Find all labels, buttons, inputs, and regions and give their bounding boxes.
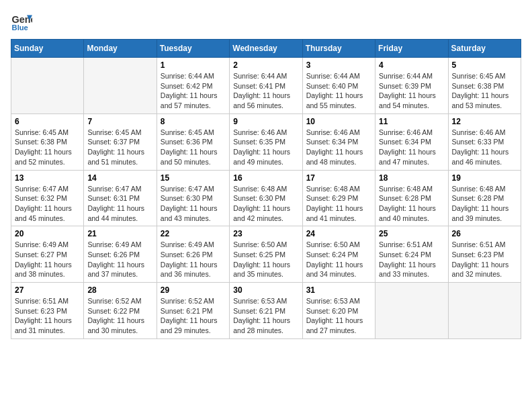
calendar-cell: 16 Sunrise: 6:48 AMSunset: 6:30 PMDaylig… (230, 170, 302, 226)
day-number: 2 (233, 60, 298, 70)
calendar-cell (375, 283, 448, 339)
day-info: Sunrise: 6:49 AMSunset: 6:26 PMDaylight:… (87, 240, 144, 278)
calendar-cell: 5 Sunrise: 6:45 AMSunset: 6:38 PMDayligh… (448, 58, 521, 114)
day-number: 16 (233, 173, 298, 183)
calendar-cell: 30 Sunrise: 6:53 AMSunset: 6:21 PMDaylig… (230, 283, 302, 339)
day-number: 23 (233, 229, 298, 238)
day-number: 1 (161, 60, 226, 70)
day-number: 11 (379, 117, 444, 126)
weekday-header: Tuesday (157, 40, 229, 58)
day-number: 9 (233, 117, 298, 126)
day-number: 22 (161, 229, 226, 238)
calendar-cell: 20 Sunrise: 6:49 AMSunset: 6:27 PMDaylig… (11, 226, 84, 283)
day-info: Sunrise: 6:50 AMSunset: 6:24 PMDaylight:… (306, 240, 363, 278)
calendar-cell: 24 Sunrise: 6:50 AMSunset: 6:24 PMDaylig… (302, 226, 375, 283)
weekday-header: Wednesday (230, 40, 302, 58)
calendar-cell: 3 Sunrise: 6:44 AMSunset: 6:40 PMDayligh… (302, 58, 375, 114)
day-number: 4 (379, 60, 444, 70)
day-number: 26 (452, 229, 517, 238)
day-number: 8 (161, 117, 226, 126)
weekday-header: Saturday (448, 40, 521, 58)
day-number: 24 (306, 229, 371, 238)
day-info: Sunrise: 6:44 AMSunset: 6:42 PMDaylight:… (161, 72, 218, 109)
calendar-week-row: 27 Sunrise: 6:51 AMSunset: 6:23 PMDaylig… (11, 283, 521, 339)
day-info: Sunrise: 6:48 AMSunset: 6:28 PMDaylight:… (452, 185, 509, 222)
day-number: 15 (161, 173, 226, 183)
logo: General Blue (11, 11, 32, 32)
day-number: 3 (306, 60, 371, 70)
logo-icon: General Blue (11, 11, 32, 32)
day-info: Sunrise: 6:48 AMSunset: 6:30 PMDaylight:… (233, 185, 290, 222)
weekday-header-row: SundayMondayTuesdayWednesdayThursdayFrid… (11, 40, 521, 58)
weekday-header: Monday (84, 40, 157, 58)
day-info: Sunrise: 6:45 AMSunset: 6:37 PMDaylight:… (87, 128, 144, 166)
day-info: Sunrise: 6:51 AMSunset: 6:23 PMDaylight:… (452, 240, 509, 278)
day-number: 21 (87, 229, 152, 238)
calendar-cell: 31 Sunrise: 6:53 AMSunset: 6:20 PMDaylig… (302, 283, 375, 339)
calendar-cell: 11 Sunrise: 6:46 AMSunset: 6:34 PMDaylig… (375, 113, 448, 170)
day-info: Sunrise: 6:53 AMSunset: 6:20 PMDaylight:… (306, 297, 363, 334)
calendar-cell: 1 Sunrise: 6:44 AMSunset: 6:42 PMDayligh… (157, 58, 229, 114)
day-info: Sunrise: 6:45 AMSunset: 6:36 PMDaylight:… (161, 128, 218, 166)
page-header: General Blue (11, 11, 521, 32)
day-info: Sunrise: 6:46 AMSunset: 6:34 PMDaylight:… (306, 128, 363, 166)
day-info: Sunrise: 6:48 AMSunset: 6:29 PMDaylight:… (306, 185, 363, 222)
day-info: Sunrise: 6:46 AMSunset: 6:34 PMDaylight:… (379, 128, 436, 166)
calendar-week-row: 20 Sunrise: 6:49 AMSunset: 6:27 PMDaylig… (11, 226, 521, 283)
calendar-cell (84, 58, 157, 114)
day-info: Sunrise: 6:44 AMSunset: 6:39 PMDaylight:… (379, 72, 436, 109)
day-info: Sunrise: 6:45 AMSunset: 6:38 PMDaylight:… (15, 128, 72, 166)
weekday-header: Sunday (11, 40, 84, 58)
calendar-cell (448, 283, 521, 339)
day-number: 7 (87, 117, 152, 126)
calendar-cell: 12 Sunrise: 6:46 AMSunset: 6:33 PMDaylig… (448, 113, 521, 170)
day-info: Sunrise: 6:52 AMSunset: 6:22 PMDaylight:… (87, 297, 144, 334)
calendar-cell: 26 Sunrise: 6:51 AMSunset: 6:23 PMDaylig… (448, 226, 521, 283)
day-info: Sunrise: 6:46 AMSunset: 6:33 PMDaylight:… (452, 128, 509, 166)
calendar-cell: 9 Sunrise: 6:46 AMSunset: 6:35 PMDayligh… (230, 113, 302, 170)
day-number: 10 (306, 117, 371, 126)
day-info: Sunrise: 6:50 AMSunset: 6:25 PMDaylight:… (233, 240, 290, 278)
calendar-cell (11, 58, 84, 114)
day-info: Sunrise: 6:44 AMSunset: 6:41 PMDaylight:… (233, 72, 290, 109)
day-number: 6 (15, 117, 80, 126)
day-number: 19 (452, 173, 517, 183)
day-number: 31 (306, 285, 371, 295)
day-number: 25 (379, 229, 444, 238)
day-info: Sunrise: 6:51 AMSunset: 6:23 PMDaylight:… (15, 297, 72, 334)
day-number: 13 (15, 173, 80, 183)
calendar-cell: 2 Sunrise: 6:44 AMSunset: 6:41 PMDayligh… (230, 58, 302, 114)
calendar-cell: 29 Sunrise: 6:52 AMSunset: 6:21 PMDaylig… (157, 283, 229, 339)
day-info: Sunrise: 6:45 AMSunset: 6:38 PMDaylight:… (452, 72, 509, 109)
calendar-cell: 13 Sunrise: 6:47 AMSunset: 6:32 PMDaylig… (11, 170, 84, 226)
day-info: Sunrise: 6:52 AMSunset: 6:21 PMDaylight:… (161, 297, 218, 334)
calendar-cell: 6 Sunrise: 6:45 AMSunset: 6:38 PMDayligh… (11, 113, 84, 170)
calendar-cell: 4 Sunrise: 6:44 AMSunset: 6:39 PMDayligh… (375, 58, 448, 114)
calendar-cell: 8 Sunrise: 6:45 AMSunset: 6:36 PMDayligh… (157, 113, 229, 170)
calendar-cell: 18 Sunrise: 6:48 AMSunset: 6:28 PMDaylig… (375, 170, 448, 226)
day-info: Sunrise: 6:49 AMSunset: 6:26 PMDaylight:… (161, 240, 218, 278)
calendar-cell: 21 Sunrise: 6:49 AMSunset: 6:26 PMDaylig… (84, 226, 157, 283)
svg-text:Blue: Blue (12, 24, 28, 32)
calendar-cell: 17 Sunrise: 6:48 AMSunset: 6:29 PMDaylig… (302, 170, 375, 226)
calendar-cell: 27 Sunrise: 6:51 AMSunset: 6:23 PMDaylig… (11, 283, 84, 339)
day-number: 14 (87, 173, 152, 183)
day-number: 30 (233, 285, 298, 295)
calendar-cell: 25 Sunrise: 6:51 AMSunset: 6:24 PMDaylig… (375, 226, 448, 283)
day-number: 29 (161, 285, 226, 295)
day-info: Sunrise: 6:48 AMSunset: 6:28 PMDaylight:… (379, 185, 436, 222)
day-info: Sunrise: 6:46 AMSunset: 6:35 PMDaylight:… (233, 128, 290, 166)
calendar-cell: 22 Sunrise: 6:49 AMSunset: 6:26 PMDaylig… (157, 226, 229, 283)
day-number: 5 (452, 60, 517, 70)
day-number: 12 (452, 117, 517, 126)
day-info: Sunrise: 6:47 AMSunset: 6:31 PMDaylight:… (87, 185, 144, 222)
calendar-cell: 10 Sunrise: 6:46 AMSunset: 6:34 PMDaylig… (302, 113, 375, 170)
day-number: 18 (379, 173, 444, 183)
calendar-week-row: 1 Sunrise: 6:44 AMSunset: 6:42 PMDayligh… (11, 58, 521, 114)
day-number: 27 (15, 285, 80, 295)
day-info: Sunrise: 6:47 AMSunset: 6:32 PMDaylight:… (15, 185, 72, 222)
calendar-cell: 15 Sunrise: 6:47 AMSunset: 6:30 PMDaylig… (157, 170, 229, 226)
day-info: Sunrise: 6:53 AMSunset: 6:21 PMDaylight:… (233, 297, 290, 334)
day-number: 28 (87, 285, 152, 295)
day-info: Sunrise: 6:49 AMSunset: 6:27 PMDaylight:… (15, 240, 72, 278)
